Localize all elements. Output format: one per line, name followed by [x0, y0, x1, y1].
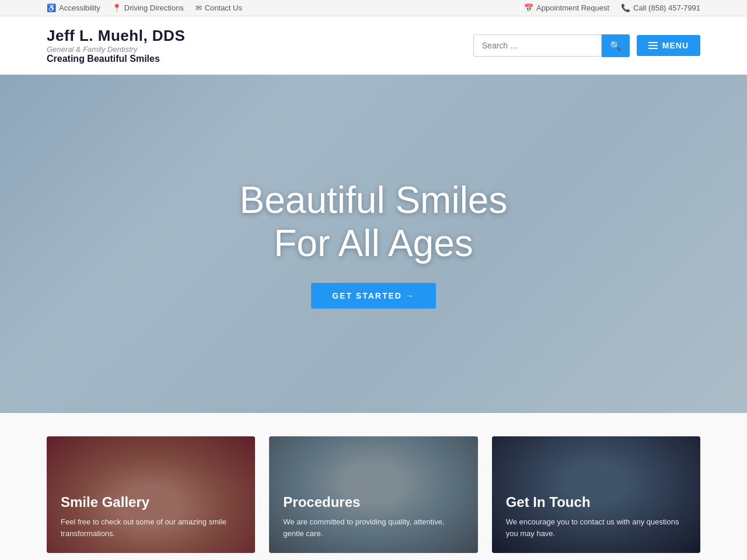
driving-directions-link[interactable]: 📍 Driving Directions: [112, 4, 184, 12]
hero-title: Beautiful Smiles For All Ages: [240, 179, 508, 265]
accessibility-icon: ♿: [47, 4, 56, 12]
contact-us-link[interactable]: ✉ Contact Us: [196, 4, 242, 12]
header: Jeff L. Muehl, DDS General & Family Dent…: [0, 16, 747, 75]
phone-link[interactable]: 📞 Call (858) 457-7991: [621, 4, 700, 12]
top-bar: ♿ Accessibility 📍 Driving Directions ✉ C…: [0, 0, 747, 16]
location-icon: 📍: [112, 4, 121, 12]
search-button[interactable]: 🔍: [602, 34, 630, 57]
logo-subtitle: General & Family Dentistry: [47, 45, 185, 54]
driving-directions-label: Driving Directions: [124, 4, 184, 12]
phone-icon: 📞: [621, 4, 630, 12]
card-content-2: Get In Touch We encourage you to contact…: [506, 494, 686, 539]
appointment-request-link[interactable]: 📅 Appointment Request: [524, 4, 609, 12]
contact-us-label: Contact Us: [205, 4, 242, 12]
card-get-in-touch[interactable]: Get In Touch We encourage you to contact…: [492, 436, 700, 553]
procedures-desc: We are committed to providing quality, a…: [283, 516, 463, 539]
accessibility-label: Accessibility: [59, 4, 100, 12]
search-form: 🔍: [473, 34, 630, 57]
logo-name: Jeff L. Muehl, DDS: [47, 27, 185, 45]
card-content-0: Smile Gallery Feel free to check out som…: [61, 494, 241, 539]
smile-gallery-desc: Feel free to check out some of our amazi…: [61, 516, 241, 539]
card-procedures[interactable]: Procedures We are committed to providing…: [269, 436, 477, 553]
header-right: 🔍 MENU: [473, 34, 700, 57]
menu-label: MENU: [662, 41, 689, 50]
smile-gallery-title: Smile Gallery: [61, 494, 241, 510]
logo-block: Jeff L. Muehl, DDS General & Family Dent…: [47, 27, 185, 64]
get-in-touch-title: Get In Touch: [506, 494, 686, 510]
envelope-icon: ✉: [196, 4, 202, 12]
hero-content: Beautiful Smiles For All Ages GET STARTE…: [240, 179, 508, 308]
get-in-touch-desc: We encourage you to contact us with any …: [506, 516, 686, 539]
card-content-1: Procedures We are committed to providing…: [283, 494, 463, 539]
accessibility-link[interactable]: ♿ Accessibility: [47, 4, 100, 12]
top-bar-left: ♿ Accessibility 📍 Driving Directions ✉ C…: [47, 4, 242, 12]
phone-label: Call (858) 457-7991: [633, 4, 700, 12]
calendar-icon: 📅: [524, 4, 533, 12]
procedures-title: Procedures: [283, 494, 463, 510]
card-smile-gallery[interactable]: Smile Gallery Feel free to check out som…: [47, 436, 255, 553]
logo-tagline: Creating Beautiful Smiles: [47, 54, 185, 64]
hamburger-icon: [648, 42, 658, 49]
appointment-request-label: Appointment Request: [536, 4, 609, 12]
get-started-button[interactable]: GET STARTED →: [311, 283, 436, 309]
cards-section: Smile Gallery Feel free to check out som…: [0, 413, 747, 560]
top-bar-right: 📅 Appointment Request 📞 Call (858) 457-7…: [524, 4, 700, 12]
hero-section: Beautiful Smiles For All Ages GET STARTE…: [0, 75, 747, 413]
menu-button[interactable]: MENU: [637, 35, 700, 56]
search-input[interactable]: [473, 34, 602, 57]
